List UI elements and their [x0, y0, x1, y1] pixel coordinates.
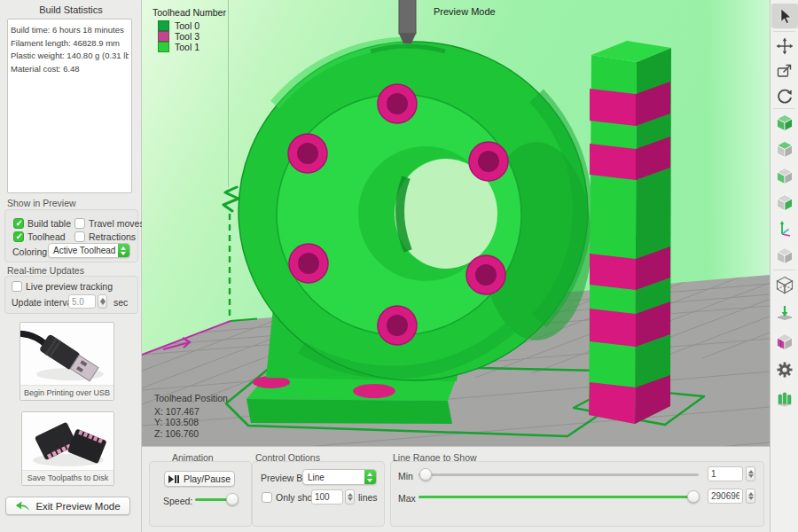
coloring-label: Coloring	[12, 246, 47, 257]
save-toolpaths-disk-label: Save Toolpaths to Disk	[22, 470, 113, 485]
rotate-view-button[interactable]	[771, 83, 798, 108]
play-pause-label: Play/Pause	[184, 473, 231, 484]
stat-build-time: Build time: 6 hours 18 minutes	[11, 24, 129, 37]
speed-slider-thumb[interactable]	[226, 493, 239, 505]
coloring-dropdown[interactable]: Active Toolhead	[48, 243, 130, 258]
view-cube-button[interactable]	[771, 243, 798, 268]
legend-title: Toolhead Number	[153, 7, 226, 18]
toolpaths-icon	[776, 389, 794, 407]
scene-3d	[142, 0, 770, 446]
max-slider-thumb[interactable]	[687, 490, 700, 503]
drop-model-button[interactable]	[771, 301, 798, 325]
coloring-value: Active Toolhead	[49, 246, 118, 255]
tool1-label: Tool 1	[175, 42, 200, 52]
cube-side-icon	[775, 192, 794, 212]
cube-top-icon	[775, 139, 794, 159]
tool3-label: Tool 3	[175, 31, 200, 42]
rotate-view-icon	[776, 87, 794, 105]
toolpaths-view-button[interactable]	[771, 386, 798, 411]
min-label: Min	[398, 471, 413, 481]
build-statistics-title: Build Statistics	[0, 4, 142, 15]
toolhead-legend: Toolhead Number Tool 0 Tool 3 Tool 1	[153, 7, 226, 52]
min-slider-thumb[interactable]	[419, 468, 432, 481]
app-window: Build Statistics Build time: 6 hours 18 …	[0, 0, 798, 532]
tool1-swatch	[158, 42, 169, 52]
begin-printing-usb-button[interactable]: Begin Printing over USB	[20, 322, 114, 401]
view-axes-button[interactable]	[771, 216, 798, 241]
travel-moves-checkbox[interactable]	[74, 218, 85, 229]
bottom-panel: Animation Play/Pause Speed: Control Opti…	[142, 446, 770, 532]
legend-item: Tool 3	[153, 31, 226, 42]
update-interval-stepper[interactable]	[98, 294, 107, 309]
max-label: Max	[398, 493, 416, 504]
move-icon	[776, 37, 794, 55]
fit-view-icon	[776, 62, 794, 80]
gear-icon	[776, 361, 794, 379]
update-interval-unit: sec	[113, 297, 128, 308]
max-stepper[interactable]	[746, 489, 755, 504]
stat-plastic-weight: Plastic weight: 140.80 g (0.31 lb)	[11, 50, 129, 63]
view-top-button[interactable]	[771, 137, 798, 161]
cube-iso-icon	[775, 113, 794, 132]
preview-by-label: Preview By	[261, 473, 308, 483]
toolhead-position-x: X: 107.467	[154, 406, 228, 418]
settings-button[interactable]	[771, 357, 798, 382]
play-pause-icon	[168, 475, 179, 483]
max-slider[interactable]	[419, 491, 699, 503]
only-show-checkbox[interactable]	[262, 492, 272, 503]
toolhead-position-z: Z: 106.760	[154, 428, 228, 440]
drop-model-icon	[776, 304, 794, 322]
toolhead-checkbox[interactable]	[13, 231, 24, 242]
exit-preview-mode-button[interactable]: Exit Preview Mode	[5, 497, 130, 515]
toolpath-marks	[142, 0, 239, 355]
play-pause-button[interactable]: Play/Pause	[164, 471, 235, 487]
lines-label: lines	[358, 492, 378, 503]
view-iso-button[interactable]	[771, 110, 798, 135]
min-input[interactable]	[708, 466, 743, 481]
dropdown-stepper-icon	[118, 244, 129, 257]
max-input[interactable]	[708, 489, 743, 504]
pan-view-button[interactable]	[771, 34, 798, 59]
max-slider-track[interactable]	[419, 496, 699, 498]
toolhead-nozzle	[399, 0, 416, 43]
build-table-checkbox[interactable]	[13, 218, 24, 229]
wireframe-view-button[interactable]	[771, 272, 798, 297]
build-statistics-box: Build time: 6 hours 18 minutes Filament …	[7, 19, 132, 193]
toolbar-divider	[773, 270, 795, 270]
preview-by-value: Line	[303, 473, 364, 482]
speed-slider[interactable]	[195, 494, 238, 505]
only-show-input[interactable]	[311, 489, 343, 505]
show-in-preview-label: Show in Preview	[7, 198, 76, 208]
fit-view-button[interactable]	[771, 59, 798, 83]
view-side-button[interactable]	[771, 190, 798, 215]
begin-printing-usb-label: Begin Printing over USB	[20, 385, 113, 400]
cursor-icon	[776, 7, 794, 25]
prime-tower	[589, 41, 671, 424]
toolhead-position-y: Y: 103.508	[154, 417, 228, 428]
preview-by-dropdown[interactable]: Line	[302, 469, 377, 485]
viewport-3d[interactable]: Toolhead Number Tool 0 Tool 3 Tool 1 Pre…	[142, 0, 770, 446]
view-front-button[interactable]	[771, 163, 798, 188]
build-table-label: Build table	[27, 218, 71, 229]
min-stepper[interactable]	[746, 466, 755, 481]
update-interval-input[interactable]	[68, 294, 96, 309]
retractions-checkbox[interactable]	[74, 231, 85, 242]
live-preview-checkbox[interactable]	[12, 281, 22, 292]
cross-section-button[interactable]	[771, 329, 798, 354]
only-show-stepper[interactable]	[345, 489, 355, 505]
speed-label: Speed:	[163, 496, 192, 506]
cross-section-icon	[775, 332, 794, 351]
legend-item: Tool 0	[153, 20, 226, 31]
tool0-swatch	[158, 20, 169, 31]
right-toolbar	[770, 0, 798, 532]
left-panel: Build Statistics Build time: 6 hours 18 …	[0, 0, 142, 532]
toolbar-divider	[773, 31, 795, 32]
exit-preview-mode-label: Exit Preview Mode	[35, 501, 120, 512]
legend-item: Tool 1	[153, 42, 226, 52]
tool0-label: Tool 0	[175, 20, 200, 31]
cursor-tool-button[interactable]	[771, 4, 798, 28]
min-slider-track[interactable]	[419, 473, 699, 476]
stat-filament-length: Filament length: 46828.9 mm	[11, 37, 129, 51]
min-slider[interactable]	[419, 469, 699, 481]
save-toolpaths-disk-button[interactable]: Save Toolpaths to Disk	[21, 411, 114, 486]
